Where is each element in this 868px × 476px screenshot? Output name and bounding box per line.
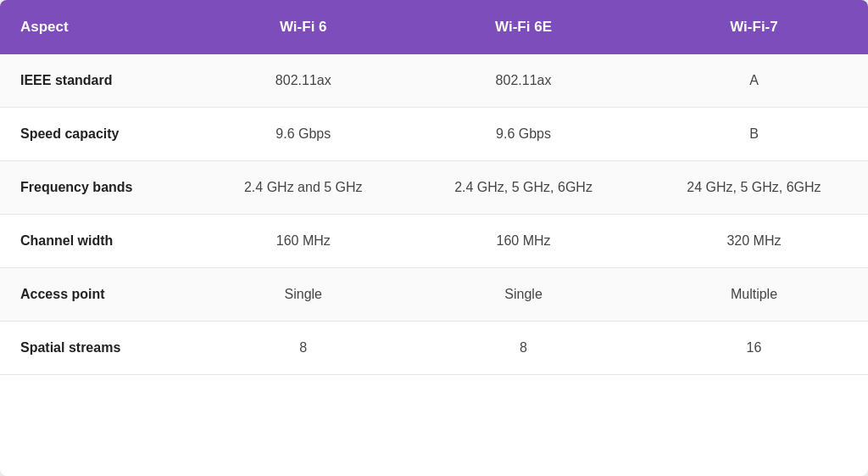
row-aspect: Channel width xyxy=(0,215,199,268)
row-wifi6: 8 xyxy=(199,322,407,375)
table-row: Spatial streams8816 xyxy=(0,322,868,375)
row-wifi6e: 802.11ax xyxy=(407,54,640,108)
comparison-table: Aspect Wi-Fi 6 Wi-Fi 6E Wi-Fi-7 IEEE sta… xyxy=(0,0,868,375)
row-aspect: Frequency bands xyxy=(0,161,199,215)
table-row: Access pointSingleSingleMultiple xyxy=(0,268,868,322)
table-row: IEEE standard802.11ax802.11axA xyxy=(0,54,868,108)
row-wifi6: 9.6 Gbps xyxy=(199,108,407,161)
table-row: Speed capacity9.6 Gbps9.6 GbpsB xyxy=(0,108,868,161)
row-wifi6e: 160 MHz xyxy=(407,215,640,268)
row-wifi7: A xyxy=(640,54,868,108)
row-wifi7: 24 GHz, 5 GHz, 6GHz xyxy=(640,161,868,215)
row-wifi7: 320 MHz xyxy=(640,215,868,268)
row-wifi6: Single xyxy=(199,268,407,322)
header-wifi6: Wi-Fi 6 xyxy=(199,0,407,54)
row-aspect: IEEE standard xyxy=(0,54,199,108)
row-wifi7: 16 xyxy=(640,322,868,375)
row-wifi6: 802.11ax xyxy=(199,54,407,108)
row-wifi6: 2.4 GHz and 5 GHz xyxy=(199,161,407,215)
table-row: Channel width160 MHz160 MHz320 MHz xyxy=(0,215,868,268)
row-wifi6e: 9.6 Gbps xyxy=(407,108,640,161)
row-wifi6e: Single xyxy=(407,268,640,322)
row-wifi6e: 8 xyxy=(407,322,640,375)
comparison-table-container: Aspect Wi-Fi 6 Wi-Fi 6E Wi-Fi-7 IEEE sta… xyxy=(0,0,868,476)
row-wifi7: Multiple xyxy=(640,268,868,322)
header-wifi6e: Wi-Fi 6E xyxy=(407,0,640,54)
row-aspect: Spatial streams xyxy=(0,322,199,375)
row-aspect: Speed capacity xyxy=(0,108,199,161)
row-wifi6e: 2.4 GHz, 5 GHz, 6GHz xyxy=(407,161,640,215)
header-wifi7: Wi-Fi-7 xyxy=(640,0,868,54)
table-row: Frequency bands2.4 GHz and 5 GHz2.4 GHz,… xyxy=(0,161,868,215)
row-wifi7: B xyxy=(640,108,868,161)
header-aspect: Aspect xyxy=(0,0,199,54)
row-aspect: Access point xyxy=(0,268,199,322)
row-wifi6: 160 MHz xyxy=(199,215,407,268)
table-header-row: Aspect Wi-Fi 6 Wi-Fi 6E Wi-Fi-7 xyxy=(0,0,868,54)
